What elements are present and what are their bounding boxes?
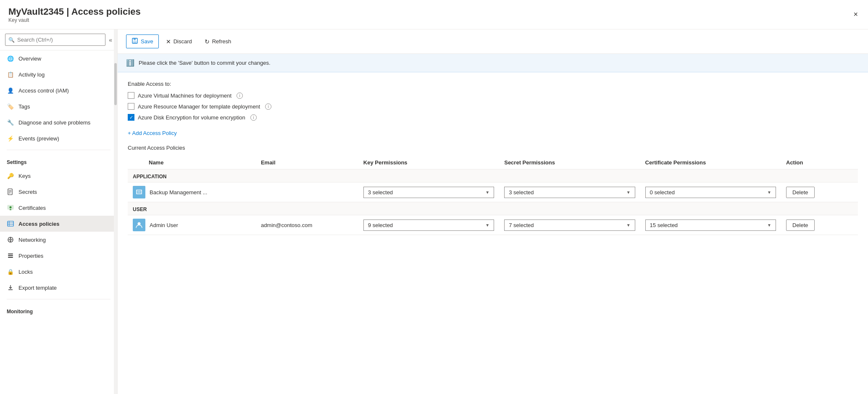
document-icon xyxy=(7,188,14,196)
col-key-permissions: Key Permissions xyxy=(358,156,499,169)
export-icon xyxy=(7,284,14,291)
network-icon xyxy=(7,236,14,243)
svg-rect-6 xyxy=(10,209,11,210)
svg-rect-14 xyxy=(8,255,13,256)
app-row-key-permissions: 3 selected ▼ xyxy=(358,182,499,202)
collapse-sidebar-button[interactable]: « xyxy=(109,37,112,43)
lightning-icon: ⚡ xyxy=(7,135,14,142)
cert-permissions-dropdown-user[interactable]: 15 selected ▼ xyxy=(645,219,776,231)
section-header-application: APPLICATION xyxy=(128,169,858,182)
sidebar-item-properties[interactable]: Properties xyxy=(0,248,117,264)
sidebar-item-access-control[interactable]: 👤 Access control (IAM) xyxy=(0,82,117,98)
delete-button-user[interactable]: Delete xyxy=(786,219,815,231)
checkbox-row-vm: Azure Virtual Machines for deployment i xyxy=(128,92,858,99)
info-banner: ℹ️ Please click the 'Save' button to com… xyxy=(118,54,868,72)
checkbox-disk-label: Azure Disk Encryption for volume encrypt… xyxy=(138,114,245,121)
sidebar-item-tags[interactable]: 🏷️ Tags xyxy=(0,98,117,114)
app-row-name-cell: Backup Management ... xyxy=(128,182,256,202)
secret-permissions-dropdown-user[interactable]: 7 selected ▼ xyxy=(504,219,635,231)
list-lines-icon xyxy=(7,220,14,227)
sidebar-item-keys[interactable]: 🔑 Keys xyxy=(0,168,117,184)
sidebar-item-secrets[interactable]: Secrets xyxy=(0,184,117,200)
name-cell-admin: Admin User xyxy=(133,219,251,231)
checkbox-arm-label: Azure Resource Manager for template depl… xyxy=(138,103,260,110)
header: MyVault2345 | Access policies Key vault … xyxy=(0,0,868,29)
discard-button[interactable]: ✕ Discard xyxy=(160,35,197,48)
app-row-secret-permissions: 3 selected ▼ xyxy=(499,182,640,202)
table-header: Name Email Key Permissions Secret Permis… xyxy=(128,156,858,169)
info-circle-arm[interactable]: i xyxy=(265,103,271,110)
person-badge-icon: 👤 xyxy=(7,87,14,94)
col-action: Action xyxy=(781,156,858,169)
scrollbar-thumb[interactable] xyxy=(114,63,117,105)
user-row-action: Delete xyxy=(781,215,858,235)
sidebar: 🔍 « 🌐 Overview 📋 Activity log 👤 Access c… xyxy=(0,29,118,394)
backup-management-name: Backup Management ... xyxy=(150,189,207,196)
svg-rect-17 xyxy=(134,38,136,40)
name-cell-backup: Backup Management ... xyxy=(133,186,251,198)
save-button[interactable]: Save xyxy=(126,34,159,48)
user-row-email: admin@contoso.com xyxy=(256,215,358,235)
chevron-down-icon: ▼ xyxy=(485,223,489,227)
app-row-action: Delete xyxy=(781,182,858,202)
close-button[interactable]: × xyxy=(852,8,860,21)
scrollbar-track xyxy=(114,29,117,394)
checkbox-arm[interactable] xyxy=(128,103,134,110)
checkbox-vm-label: Azure Virtual Machines for deployment xyxy=(138,93,231,99)
list-icon: 📋 xyxy=(7,71,14,78)
settings-section-label: Settings xyxy=(0,153,117,168)
policies-table: Name Email Key Permissions Secret Permis… xyxy=(128,156,858,235)
refresh-icon: ↻ xyxy=(205,38,210,45)
checkbox-row-disk: Azure Disk Encryption for volume encrypt… xyxy=(128,114,858,121)
user-row-name-cell: Admin User xyxy=(128,215,256,235)
header-left: MyVault2345 | Access policies Key vault xyxy=(8,6,141,23)
content-area: Enable Access to: Azure Virtual Machines… xyxy=(118,72,868,243)
sidebar-item-export-template[interactable]: Export template xyxy=(0,280,117,296)
user-row-key-permissions: 9 selected ▼ xyxy=(358,215,499,235)
discard-icon: ✕ xyxy=(166,38,171,45)
col-secret-permissions: Secret Permissions xyxy=(499,156,640,169)
sidebar-item-networking[interactable]: Networking xyxy=(0,232,117,248)
cert-permissions-dropdown-app[interactable]: 0 selected ▼ xyxy=(645,187,776,198)
svg-rect-18 xyxy=(133,41,137,43)
chevron-down-icon: ▼ xyxy=(767,190,771,195)
key-permissions-dropdown-user[interactable]: 9 selected ▼ xyxy=(363,219,494,231)
delete-button-app[interactable]: Delete xyxy=(786,187,815,198)
checkbox-row-arm: Azure Resource Manager for template depl… xyxy=(128,103,858,110)
info-circle-vm[interactable]: i xyxy=(237,93,243,99)
search-row: 🔍 « xyxy=(5,34,112,46)
user-avatar-admin xyxy=(133,219,145,231)
user-row-secret-permissions: 7 selected ▼ xyxy=(499,215,640,235)
sidebar-item-activity-log[interactable]: 📋 Activity log xyxy=(0,66,117,82)
svg-rect-13 xyxy=(8,254,13,254)
secret-permissions-dropdown-app[interactable]: 3 selected ▼ xyxy=(504,187,635,198)
sidebar-item-events[interactable]: ⚡ Events (preview) xyxy=(0,130,117,146)
checkbox-disk[interactable] xyxy=(128,114,134,121)
admin-user-name: Admin User xyxy=(150,222,178,228)
current-policies-label: Current Access Policies xyxy=(128,145,858,151)
sidebar-item-diagnose[interactable]: 🔧 Diagnose and solve problems xyxy=(0,114,117,130)
page-title: MyVault2345 | Access policies xyxy=(8,6,141,17)
lock-icon: 🔒 xyxy=(7,268,14,275)
refresh-button[interactable]: ↻ Refresh xyxy=(199,35,237,48)
search-input[interactable] xyxy=(5,34,105,46)
enable-access-label: Enable Access to: xyxy=(128,81,858,87)
sidebar-item-locks[interactable]: 🔒 Locks xyxy=(0,264,117,280)
sidebar-item-certificates[interactable]: Certificates xyxy=(0,200,117,216)
add-policy-link[interactable]: + Add Access Policy xyxy=(128,130,177,136)
sidebar-item-access-policies[interactable]: Access policies xyxy=(0,216,117,232)
search-icon: 🔍 xyxy=(8,37,15,43)
info-circle-disk[interactable]: i xyxy=(250,114,257,121)
table-body: APPLICATION Backup Management ... xyxy=(128,169,858,235)
key-permissions-dropdown-app[interactable]: 3 selected ▼ xyxy=(363,187,494,198)
chevron-down-icon: ▼ xyxy=(626,190,631,195)
app-row-cert-permissions: 0 selected ▼ xyxy=(640,182,781,202)
chevron-down-icon: ▼ xyxy=(767,223,771,227)
sidebar-item-overview[interactable]: 🌐 Overview xyxy=(0,50,117,66)
search-wrapper: 🔍 xyxy=(5,34,105,46)
app-icon-backup xyxy=(133,186,145,198)
main-content: Save ✕ Discard ↻ Refresh ℹ️ Please click… xyxy=(118,29,868,394)
body: 🔍 « 🌐 Overview 📋 Activity log 👤 Access c… xyxy=(0,29,868,394)
checkbox-vm[interactable] xyxy=(128,92,134,99)
page-subtitle: Key vault xyxy=(8,17,141,23)
